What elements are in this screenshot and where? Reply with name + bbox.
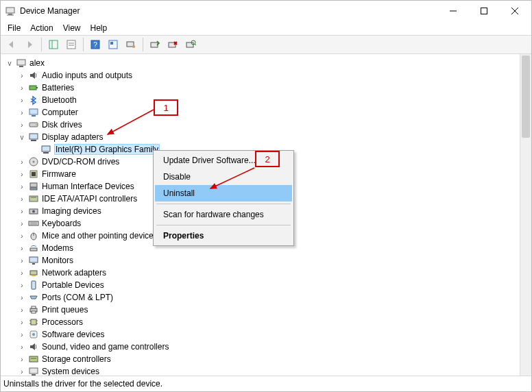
- svg-rect-4: [481, 8, 487, 14]
- statusbar: Uninstalls the driver for the selected d…: [1, 376, 531, 391]
- monitor-icon: [28, 255, 39, 266]
- chevron-down-icon[interactable]: v: [5, 58, 14, 68]
- forward-button[interactable]: [21, 36, 38, 53]
- update-driver-button[interactable]: [147, 36, 163, 53]
- chevron-right-icon[interactable]: ›: [17, 354, 27, 364]
- scan-hardware-button[interactable]: [182, 36, 199, 53]
- optical-drive-icon: [28, 156, 39, 167]
- chevron-right-icon[interactable]: ›: [17, 194, 27, 204]
- show-hide-console-tree-button[interactable]: [45, 36, 62, 53]
- svg-rect-0: [6, 8, 14, 13]
- tree-item-disk-drives[interactable]: ›Disk drives: [17, 119, 520, 131]
- action-center-button[interactable]: [105, 36, 121, 53]
- svg-line-72: [108, 110, 154, 134]
- tree-item-software-devices[interactable]: ›Software devices: [17, 328, 520, 341]
- svg-rect-53: [29, 257, 38, 262]
- chevron-right-icon[interactable]: ›: [17, 120, 27, 130]
- chevron-right-icon[interactable]: ›: [17, 108, 27, 117]
- window-title: Device Manager: [20, 6, 437, 16]
- titlebar: Device Manager: [1, 1, 531, 21]
- chevron-right-icon[interactable]: ›: [17, 243, 27, 253]
- show-devices-button[interactable]: [123, 36, 139, 53]
- tree-item-computer[interactable]: ›Computer: [17, 106, 520, 119]
- chevron-right-icon[interactable]: ›: [17, 206, 27, 216]
- software-device-icon: [28, 329, 39, 340]
- menu-help[interactable]: Help: [86, 22, 112, 34]
- tree-item-batteries[interactable]: ›Batteries: [17, 82, 520, 94]
- svg-rect-29: [29, 109, 38, 114]
- tree-item-ports[interactable]: ›Ports (COM & LPT): [17, 291, 520, 304]
- separator: [83, 38, 84, 51]
- svg-rect-43: [29, 196, 38, 201]
- chevron-right-icon[interactable]: ›: [17, 71, 27, 80]
- chevron-right-icon[interactable]: ›: [17, 305, 27, 315]
- minimize-button[interactable]: [437, 1, 468, 21]
- tree-item-bluetooth[interactable]: ›Bluetooth: [17, 94, 520, 106]
- svg-point-67: [32, 333, 35, 336]
- firmware-icon: [28, 169, 39, 180]
- svg-rect-36: [43, 152, 49, 154]
- svg-rect-1: [8, 14, 12, 15]
- chevron-down-icon[interactable]: v: [17, 132, 27, 142]
- chevron-right-icon[interactable]: ›: [17, 83, 27, 93]
- printer-icon: [28, 304, 39, 315]
- chevron-right-icon[interactable]: ›: [17, 95, 27, 105]
- svg-rect-22: [186, 42, 193, 47]
- port-icon: [28, 292, 39, 303]
- help-button[interactable]: ?: [87, 36, 104, 53]
- tree-item-audio[interactable]: ›Audio inputs and outputs: [17, 69, 520, 82]
- tree-item-storage-controllers[interactable]: ›Storage controllers: [17, 353, 520, 365]
- chevron-right-icon[interactable]: ›: [17, 231, 27, 241]
- chevron-right-icon[interactable]: ›: [17, 256, 27, 265]
- tree-item-network[interactable]: ›Network adapters: [17, 267, 520, 279]
- svg-rect-59: [32, 306, 36, 308]
- storage-controller-icon: [28, 354, 39, 365]
- audio-icon: [28, 70, 39, 81]
- tree-item-processors[interactable]: ›Processors: [17, 316, 520, 328]
- svg-rect-61: [31, 319, 36, 325]
- uninstall-button[interactable]: [165, 36, 181, 53]
- callout-2: 2: [255, 151, 280, 167]
- svg-rect-9: [67, 40, 75, 49]
- chevron-right-icon[interactable]: ›: [17, 268, 27, 278]
- svg-rect-34: [31, 140, 36, 141]
- svg-rect-71: [32, 374, 36, 376]
- menu-file[interactable]: File: [3, 22, 25, 34]
- properties-button[interactable]: [63, 36, 80, 53]
- tree-root-label: alex: [29, 58, 45, 68]
- chevron-right-icon[interactable]: ›: [17, 342, 27, 352]
- callout-1: 1: [154, 99, 178, 116]
- tree-item-portable[interactable]: ›Portable Devices: [17, 279, 520, 291]
- svg-point-17: [132, 45, 135, 48]
- back-button[interactable]: [3, 36, 20, 53]
- arrow-2: [206, 165, 258, 193]
- menu-action[interactable]: Action: [26, 22, 57, 34]
- chevron-right-icon[interactable]: ›: [17, 293, 27, 302]
- tree-item-display-adapters[interactable]: vDisplay adapters: [17, 131, 520, 143]
- close-button[interactable]: [499, 1, 530, 21]
- tree-root[interactable]: v alex: [5, 57, 520, 69]
- tree-item-system-devices[interactable]: ›System devices: [17, 365, 520, 376]
- svg-rect-35: [42, 146, 50, 151]
- hid-icon: [28, 181, 39, 192]
- chevron-right-icon[interactable]: ›: [17, 169, 27, 179]
- tree-item-monitors[interactable]: ›Monitors: [17, 254, 520, 267]
- ide-icon: [28, 193, 39, 204]
- maximize-button[interactable]: [468, 1, 499, 21]
- chevron-right-icon[interactable]: ›: [17, 367, 27, 376]
- svg-rect-7: [49, 40, 58, 49]
- scrollbar-thumb[interactable]: [522, 56, 530, 138]
- chevron-right-icon[interactable]: ›: [17, 317, 27, 327]
- svg-rect-25: [17, 60, 25, 65]
- ctx-scan-hardware[interactable]: Scan for hardware changes: [155, 206, 292, 223]
- tree-item-print-queues[interactable]: ›Print queues: [17, 304, 520, 316]
- chevron-right-icon[interactable]: ›: [17, 280, 27, 290]
- ctx-properties[interactable]: Properties: [155, 228, 292, 244]
- chevron-right-icon[interactable]: ›: [17, 330, 27, 339]
- chevron-right-icon[interactable]: ›: [17, 219, 27, 228]
- chevron-right-icon[interactable]: ›: [17, 157, 27, 167]
- menu-view[interactable]: View: [59, 22, 85, 34]
- chevron-right-icon[interactable]: ›: [17, 182, 27, 191]
- tree-item-sound[interactable]: ›Sound, video and game controllers: [17, 341, 520, 353]
- vertical-scrollbar[interactable]: [520, 54, 531, 376]
